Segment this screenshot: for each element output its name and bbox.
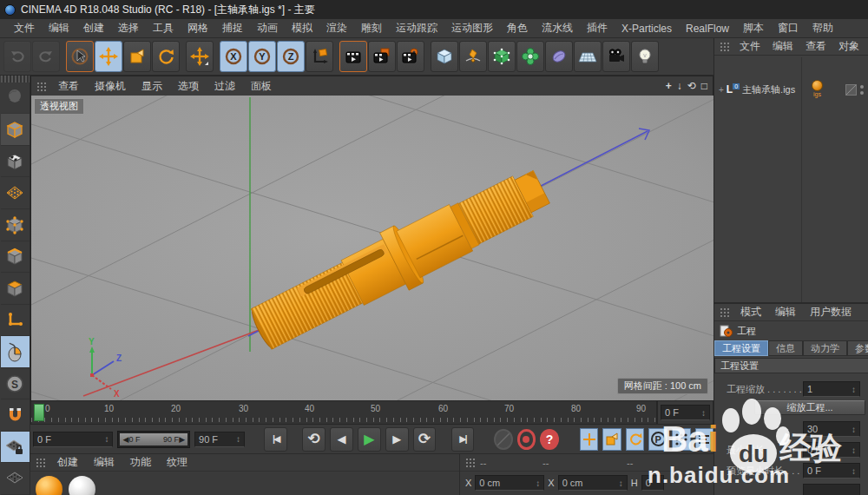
view-label[interactable]: 透视视图 [34,98,84,115]
iges-tag[interactable]: igs [812,80,823,97]
preview-max-time-field[interactable] [803,484,860,495]
viewport-menu-display[interactable]: 显示 [135,79,169,94]
goto-start-button[interactable]: |◀ [264,427,287,452]
key-pla-button[interactable] [672,428,691,451]
spinner-icon[interactable]: ↕ [848,446,856,455]
menu-realflow[interactable]: RealFlow [679,23,736,35]
menu-script[interactable]: 脚本 [736,21,771,36]
menu-mograph[interactable]: 运动图形 [444,21,500,36]
object-anchor-icon[interactable]: + [714,85,727,95]
range-end-field[interactable]: 90 F↕ [194,432,245,447]
key-scale-button[interactable] [602,428,621,451]
viewport-menu-panel[interactable]: 面板 [244,79,279,94]
play-backwards-button[interactable]: ⟲ [302,427,326,452]
render-view-button[interactable] [339,41,367,72]
viewport-menu-handle[interactable] [36,82,46,91]
magnet-snap-button[interactable] [1,399,30,432]
points-mode-button[interactable] [1,209,30,241]
menu-simulate[interactable]: 模拟 [285,21,319,36]
record-button[interactable] [494,429,513,450]
om-menu-view[interactable]: 查看 [800,39,832,54]
palette-handle[interactable] [1,76,30,82]
current-frame-field[interactable]: 0 F↕ [661,405,710,420]
material-menu-function[interactable]: 功能 [123,455,158,470]
menu-motion-tracker[interactable]: 运动跟踪 [389,21,444,36]
viewport-menu-cameras[interactable]: 摄像机 [88,79,133,94]
editor-visibility-toggle[interactable] [845,84,857,96]
menu-character[interactable]: 角色 [500,21,535,36]
workplane-paint-button[interactable] [1,177,30,209]
spinner-icon[interactable]: ↕ [615,478,623,488]
menu-xparticles[interactable]: X-Particles [615,23,679,35]
menu-select[interactable]: 选择 [111,21,146,36]
fps-field[interactable]: 30↕ [803,421,860,437]
am-menu-edit[interactable]: 编辑 [769,305,802,320]
workplane-button[interactable] [1,463,30,495]
range-start-field[interactable]: 0 F↕ [33,432,113,447]
spinner-icon[interactable]: ↕ [532,478,540,488]
add-spline-button[interactable] [459,41,487,72]
scale-tool-button[interactable] [123,41,151,72]
title-bar[interactable]: CINEMA 4D R18.048 Studio (RC - R18) - [主… [0,0,868,19]
viewport-rotate-icon[interactable]: ⟲ [687,80,696,92]
timeline-ruler[interactable]: 0 10 20 30 40 50 60 70 80 90 [30,400,657,425]
coord-x2-field[interactable]: 0 cm↕ [558,475,628,491]
play-button[interactable]: ▶ [358,427,381,452]
menu-create[interactable]: 创建 [76,21,111,36]
viewport-menu-view[interactable]: 查看 [51,79,86,94]
timeline-playhead[interactable] [34,404,44,421]
spinner-icon[interactable]: ↕ [101,434,108,444]
viewport-menu-filter[interactable]: 过滤 [207,79,242,94]
menu-render[interactable]: 渲染 [319,21,354,36]
object-manager-handle[interactable] [720,42,729,51]
tab-info[interactable]: 信息 [768,340,803,356]
play-cycle-button[interactable]: ⟳ [413,427,437,452]
undo-button[interactable] [3,41,31,72]
material-thumbnail-orange[interactable] [36,476,62,495]
sculpt-mode-button[interactable] [1,82,30,115]
material-menu-handle[interactable] [36,458,45,467]
add-deformer-button[interactable] [545,41,573,72]
enable-axis-button[interactable] [1,305,30,337]
menu-edit[interactable]: 编辑 [42,21,76,36]
am-menu-userdata[interactable]: 用户数据 [804,305,858,320]
object-name[interactable]: 主轴承轴.igs [742,83,795,96]
attribute-handle[interactable] [720,307,729,317]
viewport-pan-icon[interactable]: + [666,80,672,92]
keyframe-help-button[interactable]: ? [540,429,558,450]
move-tool-button[interactable] [95,41,122,72]
scale-project-button[interactable]: 缩放工程... [754,400,865,415]
polygons-mode-button[interactable] [1,273,30,305]
menu-pipeline[interactable]: 流水线 [535,21,580,36]
next-frame-button[interactable]: ▶ [385,427,409,452]
coord-system-button[interactable] [306,41,333,72]
last-tool-button[interactable] [186,41,214,72]
workplane-lock-button[interactable] [1,432,30,464]
menu-snap[interactable]: 捕捉 [215,21,250,36]
am-menu-mode[interactable]: 模式 [734,305,767,320]
menu-tools[interactable]: 工具 [146,21,181,36]
render-visibility-dots[interactable] [860,85,864,95]
lock-y-button[interactable]: Y [248,41,276,72]
lock-x-button[interactable]: X [220,41,247,72]
add-subdivision-surface-button[interactable] [488,41,516,72]
live-selection-button[interactable] [66,41,94,72]
material-menu-create[interactable]: 创建 [50,455,85,470]
tab-dynamics[interactable]: 动力学 [803,340,847,356]
lock-z-button[interactable]: Z [277,41,305,72]
material-thumbnail-white[interactable] [69,476,95,495]
viewport-toggle-icon[interactable]: □ [701,80,707,92]
key-parameter-button[interactable]: P [648,428,667,451]
om-menu-edit[interactable]: 编辑 [767,39,799,54]
goto-end-button[interactable]: ▶| [451,427,475,452]
preview-min-time-field[interactable]: 0 F↕ [803,463,860,478]
menu-window[interactable]: 窗口 [771,21,806,36]
autokey-button[interactable] [517,429,536,450]
render-to-picture-viewer-button[interactable] [368,41,396,72]
viewport-canvas[interactable]: Y Z X [31,96,714,400]
edges-mode-button[interactable] [1,241,30,274]
coord-h-field[interactable]: 0 [641,475,664,491]
menu-mesh[interactable]: 网格 [181,21,215,36]
rotate-tool-button[interactable] [152,41,180,72]
redo-button[interactable] [32,41,60,72]
